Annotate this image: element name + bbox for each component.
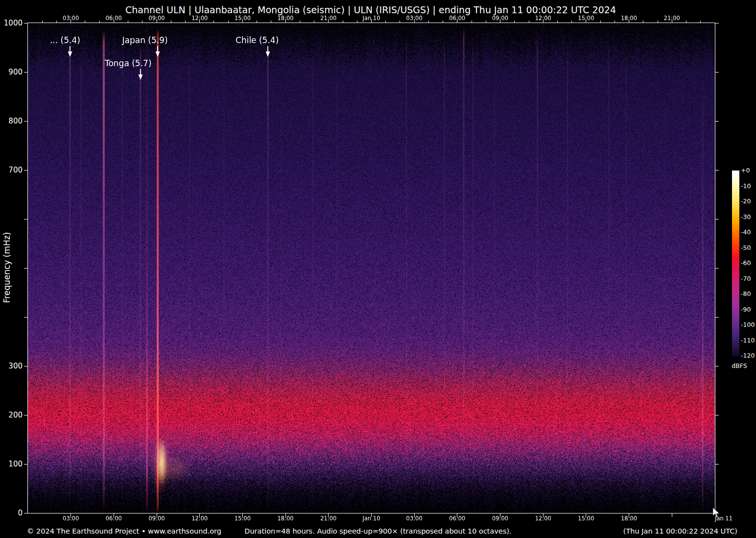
x-axis-label-bottom: Jan 11 (707, 515, 741, 522)
colorbar-tick-label: -50 (741, 244, 751, 251)
x-axis-label-bottom: 12:00 (526, 515, 560, 522)
colorbar-title: dBFS (726, 362, 753, 369)
y-tick-left (24, 366, 27, 367)
y-axis-tick-label: 200 (0, 411, 23, 419)
event-annotation-label: Japan (5.9) (86, 35, 204, 45)
y-tick-right (715, 170, 719, 171)
x-axis-label-top: 03:00 (54, 15, 88, 22)
event-annotation-label: Tonga (5.7) (70, 58, 187, 68)
y-tick-left (24, 170, 27, 171)
x-axis-label-top: Jan 10 (354, 15, 389, 22)
event-annotation-label: Chile (5.4) (198, 35, 316, 45)
x-axis-label-top: 12:00 (526, 15, 560, 22)
x-axis-label-top: 12:00 (183, 15, 217, 22)
y-tick-right (715, 121, 719, 122)
x-axis-label-bottom: Jan 10 (354, 515, 389, 522)
y-tick-left (24, 415, 27, 416)
y-tick-right (715, 23, 719, 24)
colorbar-tick-label: -100 (741, 321, 755, 328)
x-axis-label-top: 18:00 (268, 15, 303, 22)
y-axis-tick-label: 1000 (0, 19, 23, 27)
y-tick-right (715, 366, 719, 367)
x-axis-label-top: 18:00 (612, 15, 646, 22)
x-axis-label-top: 09:00 (483, 15, 518, 22)
colorbar (732, 171, 739, 356)
y-tick-left (24, 513, 27, 514)
y-tick-right (715, 317, 719, 318)
x-axis-label-bottom: 21:00 (311, 515, 346, 522)
x-tick-bottom (672, 514, 672, 517)
y-axis-tick-label: 900 (0, 68, 23, 76)
y-axis-tick-label: 100 (0, 460, 23, 468)
spectrogram-figure: Channel ULN | Ulaanbaatar, Mongolia (sei… (0, 0, 756, 538)
chart-title: Channel ULN | Ulaanbaatar, Mongolia (sei… (0, 4, 741, 15)
y-axis-tick-label: 300 (0, 362, 23, 370)
footer-timestamp: (Thu Jan 11 00:00:22 2024 UTC) (623, 527, 737, 535)
y-tick-right (715, 72, 719, 73)
y-tick-left (24, 317, 27, 318)
x-axis-label-bottom: 06:00 (96, 515, 131, 522)
colorbar-tick-label: +0 (741, 167, 750, 174)
colorbar-tick-label: -60 (741, 259, 751, 267)
x-axis-label-top: 15:00 (569, 15, 603, 22)
x-axis-label-bottom: 03:00 (54, 515, 88, 522)
y-axis-tick-label: 800 (0, 117, 23, 125)
y-tick-right (715, 513, 719, 514)
y-tick-left (24, 72, 27, 73)
colorbar-tick-label: -120 (741, 352, 755, 359)
y-tick-left (24, 219, 27, 220)
y-axis-tick-label: 700 (0, 166, 23, 174)
y-tick-left (24, 121, 27, 122)
y-tick-right (715, 464, 719, 465)
y-tick-left (24, 23, 27, 24)
x-tick-top (700, 21, 701, 23)
y-tick-left (24, 268, 27, 269)
colorbar-tick-label: -20 (741, 197, 751, 205)
x-axis-label-top: 06:00 (440, 15, 474, 22)
x-axis-label-top: 03:00 (397, 15, 431, 22)
colorbar-tick-label: -90 (741, 306, 751, 313)
y-tick-left (24, 464, 27, 465)
x-axis-label-bottom: 15:00 (225, 515, 260, 522)
plot-frame (27, 23, 715, 514)
down-arrow-icon (154, 46, 161, 57)
x-axis-label-top: 15:00 (225, 15, 260, 22)
y-tick-right (715, 268, 719, 269)
colorbar-tick-label: -10 (741, 182, 751, 190)
x-axis-label-top: 06:00 (96, 15, 131, 22)
x-tick-top (42, 21, 43, 23)
y-axis-title: Frequency (mHz) (2, 228, 12, 307)
x-axis-label-bottom: 18:00 (268, 515, 303, 522)
x-axis-label-bottom: 18:00 (612, 515, 646, 522)
down-arrow-icon (137, 69, 144, 80)
down-arrow-icon (67, 46, 73, 57)
y-tick-right (715, 219, 719, 220)
colorbar-tick-label: -80 (741, 290, 751, 297)
x-axis-label-bottom: 03:00 (397, 515, 431, 522)
colorbar-tick-label: -70 (741, 275, 751, 282)
x-axis-label-bottom: 12:00 (183, 515, 217, 522)
x-axis-label-top: 21:00 (311, 15, 346, 22)
x-axis-label-top: 09:00 (140, 15, 174, 22)
down-arrow-icon (264, 46, 271, 57)
x-axis-label-bottom: 09:00 (483, 515, 518, 522)
y-tick-right (715, 415, 719, 416)
x-axis-label-bottom: 15:00 (569, 515, 603, 522)
colorbar-tick-label: -110 (741, 337, 755, 344)
x-axis-label-bottom: 06:00 (440, 515, 474, 522)
colorbar-tick-label: -30 (741, 213, 751, 220)
y-axis-tick-label: 0 (0, 509, 23, 517)
x-axis-label-top: 21:00 (655, 15, 689, 22)
colorbar-tick-label: -40 (741, 228, 751, 236)
x-axis-label-bottom: 09:00 (140, 515, 174, 522)
